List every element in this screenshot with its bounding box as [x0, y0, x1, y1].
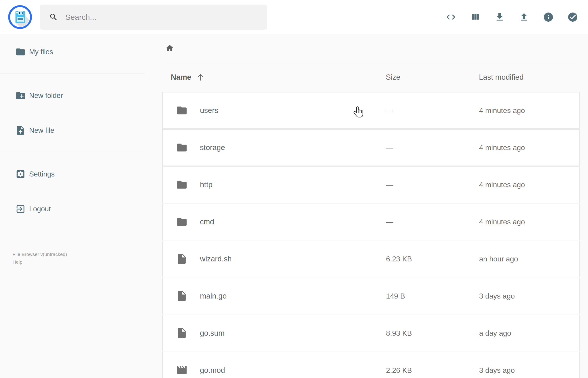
sidebar-footer: File Browser v(untracked) Help — [0, 250, 144, 266]
file-modified: 4 minutes ago — [479, 181, 579, 189]
search-input[interactable] — [65, 13, 267, 22]
new-file-icon — [15, 125, 26, 136]
upload-icon — [519, 12, 529, 22]
breadcrumb — [162, 34, 580, 62]
file-modified: 4 minutes ago — [479, 218, 579, 226]
settings-icon — [15, 169, 26, 179]
sidebar-item-label: Settings — [29, 170, 55, 178]
file-size: — — [386, 106, 479, 115]
sidebar: My files New folder New file Settings — [0, 34, 144, 378]
folder-icon — [15, 47, 26, 57]
file-modified: 4 minutes ago — [479, 143, 579, 152]
file-size: 6.23 KB — [386, 255, 479, 263]
switch-view-button[interactable] — [463, 0, 487, 34]
column-header-name[interactable]: Name — [162, 73, 386, 82]
folder-icon — [176, 142, 188, 153]
file-name: go.sum — [200, 329, 225, 338]
sidebar-item-my-files[interactable]: My files — [0, 39, 144, 65]
download-icon — [494, 12, 505, 22]
breadcrumb-home-button[interactable] — [165, 44, 174, 52]
table-row[interactable]: http — 4 minutes ago — [162, 166, 580, 203]
folder-icon — [176, 216, 188, 228]
file-listing: Name Size Last modified users — 4 — [144, 34, 588, 378]
table-row[interactable]: main.go 149 B 3 days ago — [162, 278, 580, 314]
file-modified: a day ago — [479, 329, 579, 338]
file-size: — — [386, 143, 479, 152]
download-button[interactable] — [487, 0, 512, 34]
check-circle-icon — [567, 12, 578, 23]
sidebar-item-new-file[interactable]: New file — [0, 117, 144, 143]
file-name: users — [200, 106, 218, 115]
sidebar-item-logout[interactable]: Logout — [0, 196, 144, 222]
toolbar-actions — [439, 0, 585, 34]
file-name: http — [200, 180, 213, 189]
movie-icon — [176, 364, 188, 376]
file-modified: 3 days ago — [479, 366, 579, 375]
file-size: 8.93 KB — [386, 329, 479, 338]
table-row[interactable]: go.mod 2.26 KB 3 days ago — [162, 352, 580, 378]
select-multiple-button[interactable] — [561, 0, 585, 34]
sidebar-item-label: New folder — [29, 92, 63, 100]
file-rows: users — 4 minutes ago storage — 4 minute… — [162, 92, 580, 378]
folder-icon — [176, 105, 188, 116]
logout-icon — [15, 204, 26, 214]
home-icon — [165, 44, 174, 52]
column-header-modified[interactable]: Last modified — [479, 73, 580, 81]
floppy-disk-logo-icon — [8, 5, 32, 29]
file-name: cmd — [200, 217, 214, 226]
table-row[interactable]: storage — 4 minutes ago — [162, 129, 580, 166]
search-icon — [49, 13, 58, 22]
file-name: go.mod — [200, 366, 225, 375]
file-name: storage — [200, 143, 225, 152]
file-modified: 4 minutes ago — [479, 106, 579, 115]
new-folder-icon — [15, 90, 26, 101]
table-row[interactable]: cmd — 4 minutes ago — [162, 203, 580, 240]
file-icon — [176, 290, 188, 302]
sidebar-item-label: Logout — [29, 205, 51, 213]
column-header-name-label: Name — [171, 73, 191, 81]
file-name: main.go — [200, 292, 227, 300]
file-icon — [176, 253, 188, 265]
info-icon — [543, 12, 554, 23]
file-modified: 3 days ago — [479, 292, 579, 300]
top-bar — [0, 0, 588, 34]
file-name: wizard.sh — [200, 255, 232, 263]
table-row[interactable]: go.sum 8.93 KB a day ago — [162, 315, 580, 351]
sidebar-item-label: My files — [29, 48, 53, 56]
grid-view-icon — [470, 12, 480, 22]
info-button[interactable] — [536, 0, 561, 34]
file-size: 149 B — [386, 292, 479, 300]
search-bar[interactable] — [40, 5, 267, 30]
file-icon — [176, 327, 188, 339]
app-version: File Browser v(untracked) — [13, 250, 144, 258]
file-size: 2.26 KB — [386, 366, 479, 375]
file-size: — — [386, 181, 479, 189]
column-header-size[interactable]: Size — [386, 73, 479, 81]
shell-button[interactable] — [439, 0, 463, 34]
sidebar-item-label: New file — [29, 126, 54, 135]
file-size: — — [386, 218, 479, 226]
sidebar-item-new-folder[interactable]: New folder — [0, 82, 144, 109]
listing-header: Name Size Last modified — [162, 62, 580, 92]
table-row[interactable]: wizard.sh 6.23 KB an hour ago — [162, 241, 580, 277]
sort-ascending-icon — [196, 73, 205, 82]
upload-button[interactable] — [512, 0, 536, 34]
code-icon — [446, 12, 456, 22]
file-modified: an hour ago — [479, 255, 579, 263]
table-row[interactable]: users — 4 minutes ago — [162, 92, 580, 129]
folder-icon — [176, 179, 188, 190]
help-link[interactable]: Help — [13, 258, 22, 266]
sidebar-item-settings[interactable]: Settings — [0, 161, 144, 187]
file-browser-logo[interactable] — [0, 0, 40, 34]
